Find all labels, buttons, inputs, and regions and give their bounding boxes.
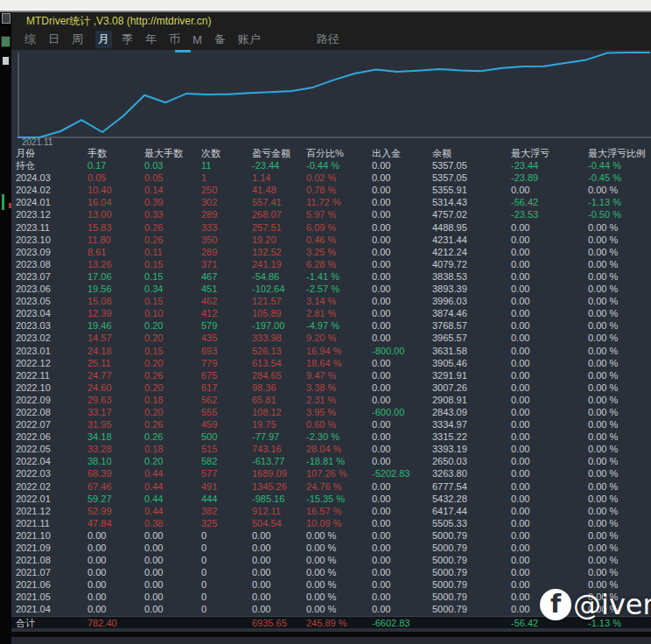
menu-item-年[interactable]: 年: [145, 32, 157, 47]
value-cell: 0.00: [372, 196, 432, 208]
value-cell: 0.00 %: [588, 394, 651, 406]
value-cell: -0.45 %: [588, 172, 651, 184]
month-cell: 2022.08: [11, 406, 88, 418]
menu-item-周[interactable]: 周: [72, 32, 83, 47]
value-cell: 0.00: [511, 234, 588, 246]
table-row: 2022.0731.950.2645919.750.60 %0.003334.9…: [11, 418, 651, 430]
value-cell: 0.00: [511, 369, 588, 382]
watermark-text: @iven: [573, 588, 651, 621]
value-cell: 0.00 %: [588, 258, 651, 270]
table-row: 2022.0267.460.444911345.2624.76 %0.00677…: [11, 480, 651, 493]
menu-item-日[interactable]: 日: [48, 32, 60, 47]
value-cell: 0.00: [88, 578, 144, 591]
value-cell: 0.00: [372, 295, 432, 307]
menu-item-path[interactable]: 路径: [317, 32, 340, 47]
value-cell: 0.00: [511, 542, 588, 554]
value-cell: 2908.91: [432, 394, 511, 406]
value-cell: -56.42: [511, 196, 588, 208]
value-cell: 0.00: [372, 591, 432, 603]
value-cell: 0.78 %: [306, 184, 372, 196]
value-cell: 5000.79: [432, 542, 511, 554]
value-cell: 5505.33: [432, 517, 511, 529]
month-cell: 2022.03: [11, 467, 88, 480]
value-cell: 98.36: [252, 382, 306, 394]
table-row: 2021.090.000.0000.000.00 %0.005000.790.0…: [11, 542, 651, 554]
menu-item-M[interactable]: M: [192, 33, 202, 46]
value-cell: 盈亏金额: [252, 147, 306, 159]
value-cell: -23.53: [511, 208, 588, 220]
month-cell: 2023.05: [11, 295, 88, 307]
chart-canvas: [11, 50, 651, 148]
value-cell: 4079.72: [432, 258, 511, 270]
value-cell: 0.20: [144, 357, 201, 369]
value-cell: 2650.03: [432, 455, 511, 467]
value-cell: 526.13: [252, 345, 306, 357]
screen: MTDriver统计 ,V3.08 (http://mtdriver.cn) 综…: [0, 0, 651, 644]
value-cell: 0.10: [144, 307, 201, 319]
value-cell: 912.11: [252, 505, 306, 517]
table-row: 2021.1252.990.44382912.1116.57 %0.006417…: [11, 505, 651, 517]
value-cell: -15.35 %: [306, 493, 372, 505]
value-cell: 0.00: [372, 394, 432, 406]
value-cell: -54.86: [252, 270, 306, 283]
value-cell: 1.14: [252, 172, 306, 184]
month-cell: 2021.05: [11, 591, 88, 603]
value-cell: 19.56: [88, 283, 144, 295]
value-cell: 0.00 %: [588, 345, 651, 357]
value-cell: 0.00: [511, 345, 588, 357]
value-cell: 5314.43: [432, 196, 511, 208]
value-cell: 0: [201, 542, 252, 554]
menu-item-账户[interactable]: 账户: [238, 32, 261, 47]
value-cell: 0.00: [511, 283, 588, 295]
value-cell: 0.00: [372, 493, 432, 505]
value-cell: 0.00: [511, 382, 588, 394]
menu-item-月[interactable]: 月: [95, 31, 112, 48]
value-cell: 0.00 %: [588, 382, 651, 394]
value-cell: 0.00 %: [588, 517, 651, 529]
month-cell: 2022.09: [11, 394, 88, 406]
value-cell: 0.00: [372, 319, 432, 332]
value-cell: 617: [201, 382, 252, 394]
value-cell: 0.44: [144, 493, 201, 505]
value-cell: 3996.03: [432, 295, 511, 307]
value-cell: -800.00: [372, 345, 432, 357]
value-cell: 0.44: [144, 505, 201, 517]
value-cell: 0.00: [511, 443, 588, 455]
menu-item-币[interactable]: 币: [169, 32, 180, 47]
month-cell: 2021.04: [11, 603, 88, 615]
value-cell: 0.26: [144, 234, 201, 246]
value-cell: 0.00: [372, 172, 432, 184]
table-row: 2023.1115.830.26333257.516.09 %0.004488.…: [11, 221, 651, 234]
value-cell: 0.00 %: [588, 234, 651, 246]
menu-item-综[interactable]: 综: [24, 32, 36, 47]
menu-item-季[interactable]: 季: [122, 32, 133, 47]
value-cell: 2.81 %: [306, 307, 372, 319]
month-cell: 2022.12: [11, 357, 88, 369]
value-cell: 0.00: [372, 382, 432, 394]
value-cell: 0.05: [88, 172, 144, 184]
value-cell: 0.00: [144, 542, 201, 554]
value-cell: 0.00 %: [588, 295, 651, 307]
value-cell: 8.61: [88, 246, 144, 258]
month-cell: 2023.02: [11, 332, 88, 344]
value-cell: 5355.91: [432, 184, 511, 196]
value-cell: 0.00 %: [306, 542, 372, 554]
value-cell: -77.97: [252, 430, 306, 443]
value-cell: 5000.79: [432, 603, 511, 615]
value-cell: 132.52: [252, 246, 306, 258]
value-cell: -613.77: [252, 455, 306, 467]
value-cell: 0.46 %: [306, 234, 372, 246]
value-cell: 3.95 %: [306, 406, 372, 418]
value-cell: 0.00: [372, 159, 432, 172]
menu-bar: 综日周月季年币M备账户路径: [11, 29, 651, 50]
value-cell: 0.00: [511, 566, 588, 578]
value-cell: 0.20: [144, 455, 201, 467]
value-cell: 0.00: [372, 270, 432, 283]
value-cell: 0.44: [144, 467, 201, 480]
value-cell: -4.97 %: [306, 319, 372, 332]
value-cell: 0.00: [511, 493, 588, 505]
equity-chart: 2021.11: [11, 50, 651, 148]
value-cell: 0.00: [88, 566, 144, 578]
toolbar-fragment-icon: [1, 36, 10, 47]
menu-item-备[interactable]: 备: [214, 32, 226, 47]
